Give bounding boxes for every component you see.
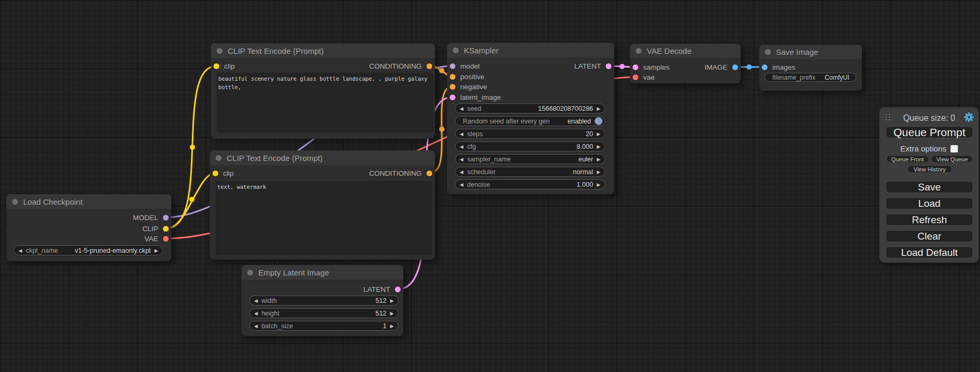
decrement-arrow-icon[interactable]: ◀	[18, 248, 22, 253]
link-midpoint-dot[interactable]	[190, 145, 195, 150]
latent-output-slot[interactable]	[395, 287, 401, 292]
queue-prompt-button[interactable]: Queue Prompt	[886, 126, 973, 138]
decrement-arrow-icon[interactable]: ◀	[460, 182, 463, 187]
increment-arrow-icon[interactable]: ▶	[597, 106, 600, 111]
decrement-arrow-icon[interactable]: ◀	[254, 311, 258, 316]
decrement-arrow-icon[interactable]: ◀	[460, 131, 463, 137]
node-clip-text-encode-positive[interactable]: CLIP Text Encode (Prompt) clip CONDITION…	[211, 43, 435, 139]
collapse-dot-icon[interactable]	[217, 48, 222, 54]
increment-arrow-icon[interactable]: ▶	[597, 157, 600, 162]
decrement-arrow-icon[interactable]: ◀	[460, 169, 463, 175]
node-titlebar[interactable]: KSampler	[447, 43, 614, 58]
increment-arrow-icon[interactable]: ▶	[390, 311, 394, 316]
height-widget[interactable]: ◀ height 512 ▶	[249, 308, 399, 318]
vae-input-slot[interactable]	[633, 74, 638, 80]
link-midpoint-dot[interactable]	[746, 64, 752, 70]
collapse-dot-icon[interactable]	[247, 270, 253, 275]
load-default-button[interactable]: Load Default	[886, 246, 973, 259]
conditioning-output-slot[interactable]	[426, 63, 432, 69]
widget-label: cfg	[467, 143, 476, 150]
negative-input-slot[interactable]	[450, 84, 455, 90]
node-titlebar[interactable]: CLIP Text Encode (Prompt)	[211, 43, 435, 58]
widget-label: filename_prefix	[772, 74, 815, 81]
node-vae-decode[interactable]: VAE Decode samples IMAGE vae	[630, 44, 741, 83]
images-input-slot[interactable]	[762, 64, 768, 70]
node-save-image[interactable]: Save Image images filename_prefix ComfyU…	[759, 45, 862, 91]
link-midpoint-dot[interactable]	[619, 64, 625, 69]
toggle-indicator-icon[interactable]	[595, 117, 603, 125]
denoise-widget[interactable]: ◀ denoise 1.000 ▶	[455, 179, 605, 189]
node-titlebar[interactable]: Load Checkpoint	[6, 194, 171, 209]
queue-front-button[interactable]: Queue Front	[886, 155, 929, 163]
node-title: Load Checkpoint	[23, 197, 83, 206]
increment-arrow-icon[interactable]: ▶	[390, 323, 394, 329]
batch-size-widget[interactable]: ◀ batch_size 1 ▶	[249, 321, 399, 331]
seed-widget[interactable]: ◀ seed 156680208700286 ▶	[455, 103, 605, 113]
widget-label: scheduler	[467, 168, 496, 176]
collapse-dot-icon[interactable]	[765, 49, 771, 55]
link-midpoint-dot[interactable]	[189, 197, 195, 202]
clip-output-slot[interactable]	[163, 226, 169, 232]
scheduler-widget[interactable]: ◀ scheduler normal ▶	[455, 167, 605, 177]
collapse-dot-icon[interactable]	[453, 47, 459, 53]
steps-widget[interactable]: ◀ steps 20 ▶	[455, 129, 605, 139]
decrement-arrow-icon[interactable]: ◀	[460, 106, 463, 111]
decrement-arrow-icon[interactable]: ◀	[460, 144, 463, 149]
node-title: CLIP Text Encode (Prompt)	[228, 46, 324, 55]
widget-label: steps	[467, 130, 483, 138]
widget-label: width	[261, 297, 277, 304]
increment-arrow-icon[interactable]: ▶	[390, 298, 394, 303]
output-label-latent: LATENT	[363, 285, 390, 293]
prompt-textarea[interactable]: text, watermark	[216, 181, 432, 255]
increment-arrow-icon[interactable]: ▶	[597, 144, 600, 149]
filename-prefix-widget[interactable]: filename_prefix ComfyUI	[764, 73, 856, 82]
decrement-arrow-icon[interactable]: ◀	[254, 323, 258, 329]
width-widget[interactable]: ◀ width 512 ▶	[249, 295, 399, 306]
node-load-checkpoint[interactable]: Load Checkpoint MODEL CLIP VAE ◀ ckpt_na…	[6, 194, 171, 261]
increment-arrow-icon[interactable]: ▶	[597, 131, 600, 137]
node-titlebar[interactable]: CLIP Text Encode (Prompt)	[210, 150, 435, 165]
gear-icon[interactable]	[963, 111, 975, 123]
view-queue-button[interactable]: View Queue	[931, 155, 973, 163]
increment-arrow-icon[interactable]: ▶	[597, 182, 600, 187]
positive-input-slot[interactable]	[450, 74, 455, 80]
ckpt-name-widget[interactable]: ◀ ckpt_name v1-5-pruned-emaonly.ckpt ▶	[14, 245, 163, 255]
collapse-dot-icon[interactable]	[216, 155, 221, 161]
node-titlebar[interactable]: Empty Latent Image	[241, 265, 403, 280]
widget-value: euler	[578, 156, 593, 163]
load-button[interactable]: Load	[886, 197, 973, 209]
increment-arrow-icon[interactable]: ▶	[597, 169, 600, 175]
latent-output-slot[interactable]	[606, 63, 612, 69]
save-button[interactable]: Save	[886, 181, 973, 193]
vae-output-slot[interactable]	[163, 236, 169, 242]
link-midpoint-dot[interactable]	[439, 127, 444, 132]
graph-canvas[interactable]: Load Checkpoint MODEL CLIP VAE ◀ ckpt_na…	[0, 0, 980, 372]
decrement-arrow-icon[interactable]: ◀	[460, 157, 463, 162]
node-titlebar[interactable]: VAE Decode	[630, 44, 741, 58]
prompt-textarea[interactable]: beautiful scenery nature glass bottle la…	[217, 73, 433, 132]
clear-button[interactable]: Clear	[886, 230, 973, 242]
decrement-arrow-icon[interactable]: ◀	[254, 298, 258, 303]
link-midpoint-dot[interactable]	[439, 68, 444, 73]
node-titlebar[interactable]: Save Image	[759, 45, 862, 59]
model-output-slot[interactable]	[163, 215, 169, 221]
view-history-button[interactable]: View History	[907, 165, 952, 173]
collapse-dot-icon[interactable]	[12, 199, 18, 205]
widget-label: ckpt_name	[26, 247, 58, 254]
widget-label: denoise	[467, 181, 490, 188]
random-seed-toggle-widget[interactable]: Random seed after every gen enabled	[455, 116, 605, 126]
sampler-name-widget[interactable]: ◀ sampler_name euler ▶	[455, 154, 605, 164]
conditioning-output-slot[interactable]	[426, 170, 432, 176]
cfg-widget[interactable]: ◀ cfg 8.000 ▶	[455, 141, 605, 151]
increment-arrow-icon[interactable]: ▶	[154, 248, 158, 253]
node-title: VAE Decode	[647, 46, 692, 55]
image-output-slot[interactable]	[732, 64, 738, 70]
node-clip-text-encode-negative[interactable]: CLIP Text Encode (Prompt) clip CONDITION…	[210, 150, 435, 260]
collapse-dot-icon[interactable]	[636, 48, 642, 54]
widget-value: 512	[375, 297, 386, 304]
node-empty-latent-image[interactable]: Empty Latent Image LATENT ◀ width 512 ▶ …	[241, 265, 403, 336]
latent-image-input-slot[interactable]	[450, 94, 455, 100]
refresh-button[interactable]: Refresh	[886, 214, 973, 226]
extra-options-checkbox[interactable]	[950, 145, 958, 152]
node-ksampler[interactable]: KSampler model LATENT positive negative …	[447, 43, 614, 194]
